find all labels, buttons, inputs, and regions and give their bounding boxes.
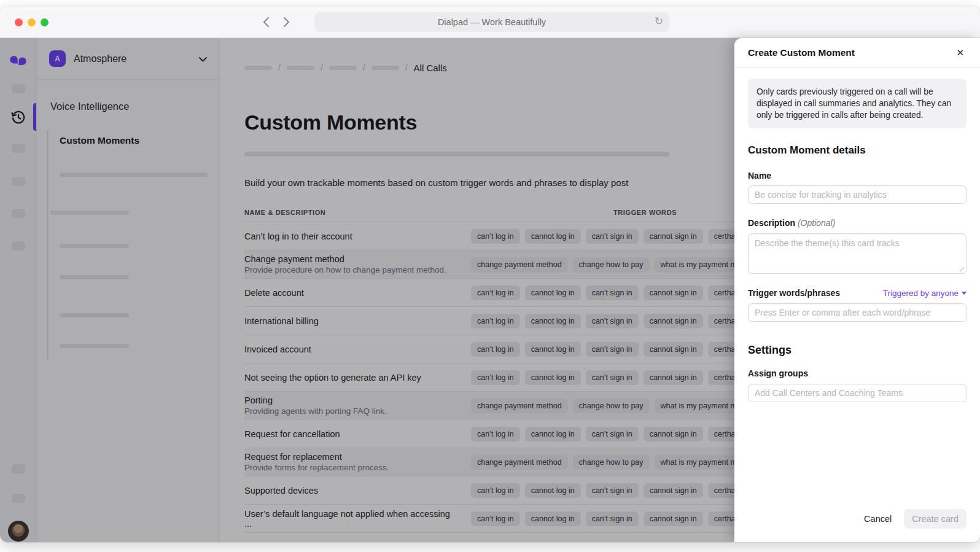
create-custom-moment-panel: Create Custom Moment ✕ Only cards previo… bbox=[734, 38, 980, 542]
description-label: Description (Optional) bbox=[748, 218, 966, 228]
browser-window: Dialpad — Work Beautifully ↻ bbox=[0, 6, 980, 542]
assign-groups-field[interactable] bbox=[748, 384, 966, 402]
address-bar[interactable]: Dialpad — Work Beautifully ↻ bbox=[314, 12, 669, 32]
create-card-button[interactable]: Create card bbox=[904, 509, 966, 529]
details-heading: Custom Moment details bbox=[748, 144, 966, 157]
back-button[interactable] bbox=[263, 17, 270, 28]
reload-button[interactable]: ↻ bbox=[655, 15, 663, 28]
triggered-by-dropdown[interactable]: Triggered by anyone bbox=[883, 289, 966, 298]
forward-icon bbox=[283, 17, 290, 28]
browser-chrome: Dialpad — Work Beautifully ↻ bbox=[0, 6, 980, 38]
trigger-words-field[interactable] bbox=[748, 303, 966, 322]
address-bar-text: Dialpad — Work Beautifully bbox=[438, 17, 546, 27]
trigger-words-label: Trigger words/phrases bbox=[748, 288, 840, 298]
panel-title: Create Custom Moment bbox=[748, 47, 855, 58]
triggered-by-value: Triggered by anyone bbox=[883, 289, 959, 298]
description-field[interactable] bbox=[748, 233, 966, 274]
name-label: Name bbox=[748, 171, 966, 181]
close-icon[interactable]: ✕ bbox=[954, 45, 966, 61]
forward-button[interactable] bbox=[283, 17, 290, 28]
close-window-button[interactable] bbox=[15, 18, 23, 26]
settings-heading: Settings bbox=[748, 344, 966, 357]
caret-down-icon bbox=[962, 292, 966, 295]
minimize-window-button[interactable] bbox=[28, 18, 36, 26]
description-label-text: Description bbox=[748, 218, 795, 228]
back-icon bbox=[263, 17, 270, 28]
panel-body: Only cards previously triggered on a cal… bbox=[734, 68, 980, 499]
panel-header: Create Custom Moment ✕ bbox=[734, 38, 980, 68]
panel-footer: Cancel Create card bbox=[734, 499, 980, 542]
zoom-window-button[interactable] bbox=[41, 18, 49, 26]
cancel-button[interactable]: Cancel bbox=[864, 514, 892, 524]
info-banner: Only cards previously triggered on a cal… bbox=[748, 79, 966, 128]
name-field[interactable] bbox=[748, 185, 966, 204]
assign-groups-label: Assign groups bbox=[748, 368, 966, 378]
optional-label: (Optional) bbox=[798, 218, 835, 228]
traffic-lights bbox=[15, 6, 49, 38]
